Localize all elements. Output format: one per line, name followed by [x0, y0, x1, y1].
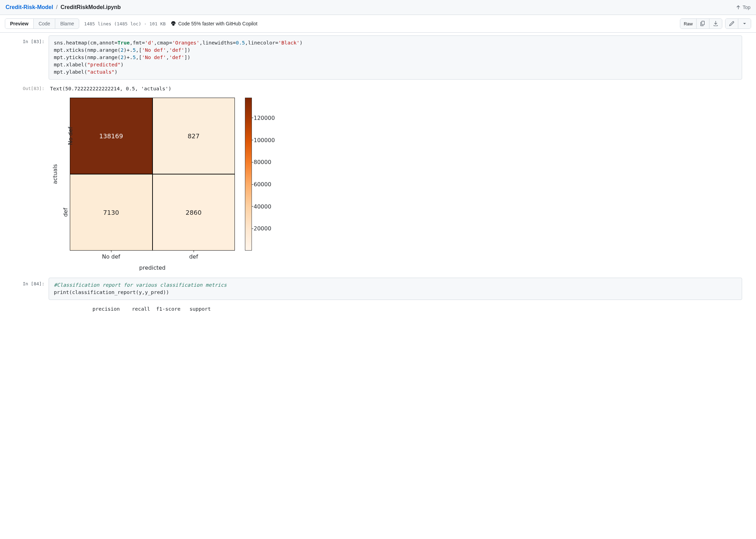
input-cell-84: In [84]: #Classification report for vari…: [14, 278, 742, 300]
heatmap-x-tick: def: [189, 253, 198, 260]
heatmap-colorbar-tick: 80000: [254, 159, 271, 165]
heatmap-y-tick: def: [62, 208, 69, 217]
input-prompt: In [84]:: [14, 278, 49, 300]
top-label: Top: [742, 5, 750, 10]
copilot-hint-text: Code 55% faster with GitHub Copilot: [178, 21, 257, 26]
notebook-content: In [83]: sns.heatmap(cm,annot=True,fmt='…: [0, 33, 756, 330]
tab-preview[interactable]: Preview: [5, 19, 34, 28]
repo-link[interactable]: Credit-Risk-Model: [6, 4, 53, 10]
heatmap-colorbar-tick: 40000: [254, 203, 271, 210]
confusion-matrix-heatmap: 13816982771302860No defdefNo defdefactua…: [49, 98, 292, 275]
heatmap-y-label: actuals: [52, 164, 58, 184]
input-prompt: In [83]:: [14, 35, 49, 80]
copilot-hint[interactable]: Code 55% faster with GitHub Copilot: [171, 21, 257, 26]
copilot-icon: [171, 21, 176, 26]
breadcrumb-bar: Credit-Risk-Model / CreditRiskModel.ipyn…: [0, 0, 756, 15]
download-icon: [713, 21, 718, 26]
pencil-icon: [729, 21, 734, 26]
heatmap-x-label: predicted: [70, 264, 235, 271]
view-mode-tabs: Preview Code Blame: [5, 18, 79, 29]
download-button[interactable]: [709, 19, 722, 28]
raw-actions-group: Raw: [680, 18, 722, 29]
raw-button[interactable]: Raw: [680, 19, 697, 28]
edit-actions-group: [725, 18, 751, 29]
breadcrumb: Credit-Risk-Model / CreditRiskModel.ipyn…: [6, 4, 121, 10]
more-actions-button[interactable]: [738, 19, 751, 28]
input-cell-83: In [83]: sns.heatmap(cm,annot=True,fmt='…: [14, 35, 742, 80]
heatmap-colorbar-tick: 20000: [254, 225, 271, 232]
breadcrumb-separator: /: [56, 4, 57, 10]
classification-report-header: precision recall f1-score support: [49, 303, 742, 314]
edit-button[interactable]: [725, 19, 738, 28]
jump-to-top-link[interactable]: Top: [736, 5, 750, 10]
heatmap-colorbar-tick: 120000: [254, 114, 275, 121]
arrow-up-icon: [736, 5, 741, 10]
heatmap-colorbar-tick: 100000: [254, 137, 275, 143]
heatmap-x-tick: No def: [102, 253, 120, 260]
heatmap-cell: 138169: [70, 98, 153, 174]
file-name: CreditRiskModel.ipynb: [60, 4, 121, 10]
heatmap-colorbar: [245, 98, 252, 251]
output-text-83: Text(50.722222222222214, 0.5, 'actuals'): [49, 82, 742, 93]
heatmap-y-tick: No def: [67, 127, 74, 145]
output-prompt: Out[83]:: [14, 82, 49, 275]
code-input-83[interactable]: sns.heatmap(cm,annot=True,fmt='d',cmap='…: [49, 35, 742, 80]
heatmap-cell: 2860: [153, 174, 235, 251]
code-input-84[interactable]: #Classification report for various class…: [49, 278, 742, 300]
heatmap-cell: 827: [153, 98, 235, 174]
tab-blame[interactable]: Blame: [55, 19, 79, 28]
file-toolbar: Preview Code Blame 1485 lines (1485 loc)…: [0, 15, 756, 33]
output-cell-83: Out[83]: Text(50.722222222222214, 0.5, '…: [14, 82, 742, 275]
copy-button[interactable]: [697, 19, 709, 28]
output-cell-84: precision recall f1-score support: [14, 303, 742, 314]
output-prompt-empty: [14, 303, 49, 314]
tab-code[interactable]: Code: [34, 19, 55, 28]
heatmap-cell: 7130: [70, 174, 153, 251]
copy-icon: [700, 21, 706, 26]
caret-down-icon: [742, 21, 747, 26]
heatmap-colorbar-tick: 60000: [254, 181, 271, 188]
file-info-text: 1485 lines (1485 loc) · 101 KB: [84, 21, 166, 26]
